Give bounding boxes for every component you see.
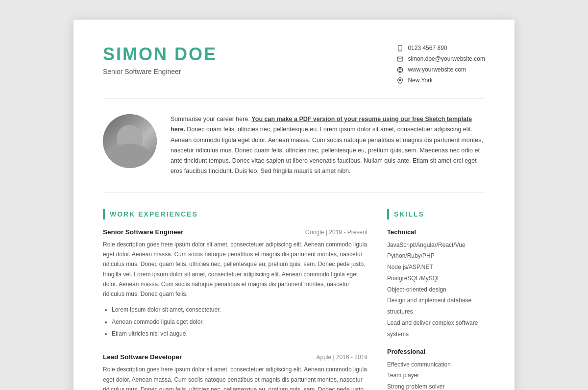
email-icon — [396, 55, 404, 63]
skills-column: SKILLS Technical JavaScript/Angular/Reac… — [387, 209, 485, 390]
avatar — [103, 114, 157, 168]
contact-phone: 0123 4567 890 — [396, 44, 485, 52]
location-icon — [396, 76, 404, 84]
job-2-company: Apple | 2016 - 2019 — [316, 354, 368, 361]
avatar-image — [103, 114, 157, 168]
contact-location: New York — [396, 76, 485, 84]
professional-skills-title: Professional — [387, 348, 485, 355]
skill-python: Python/Ruby/PHP — [387, 250, 485, 262]
job-1-header: Senior Software Engineer Google | 2019 -… — [103, 228, 368, 236]
contact-email: simon.doe@yourwebsite.com — [396, 55, 485, 63]
work-section-bar — [103, 209, 105, 219]
skill-lead-deliver: Lead and deliver complex software system… — [387, 317, 485, 340]
skill-communication: Effective communication — [387, 359, 485, 370]
about-text: Summarise your career here. You can make… — [171, 114, 485, 177]
candidate-name: SIMON DOE — [103, 44, 217, 65]
about-section: Summarise your career here. You can make… — [103, 114, 485, 193]
job-1-company: Google | 2019 - Present — [305, 229, 368, 236]
skill-oop: Object-oriented design — [387, 284, 485, 295]
contact-website: www.yourwebsite.com — [396, 66, 485, 73]
technical-skills: Technical JavaScript/Angular/React/Vue P… — [387, 228, 485, 340]
technical-skills-title: Technical — [387, 228, 485, 236]
skills-section-title: SKILLS — [394, 210, 424, 218]
phone-icon — [396, 44, 404, 52]
job-1-bullet-3: Etiam ultricies nisi vel augue. — [112, 328, 368, 340]
job-2-title: Lead Software Developer — [103, 353, 182, 361]
header: SIMON DOE Senior Software Engineer 0123 … — [103, 44, 485, 98]
main-columns: WORK EXPERIENCES Senior Software Enginee… — [103, 209, 485, 390]
professional-skills: Professional Effective communication Tea… — [387, 348, 485, 390]
location-text: New York — [408, 77, 433, 84]
work-section-header: WORK EXPERIENCES — [103, 209, 368, 219]
candidate-title: Senior Software Engineer — [103, 68, 217, 75]
skill-team-player: Team player — [387, 370, 485, 381]
job-1-bullets: Lorem ipsum dolor sit amet, consectetuer… — [103, 304, 368, 340]
job-2-header: Lead Software Developer Apple | 2016 - 2… — [103, 353, 368, 361]
job-1-bullet-1: Lorem ipsum dolor sit amet, consectetuer… — [112, 304, 368, 316]
globe-icon — [396, 66, 404, 73]
skill-js: JavaScript/Angular/React/Vue — [387, 240, 485, 251]
work-section-title: WORK EXPERIENCES — [110, 210, 198, 218]
about-text-end: Donec quam felis, ultricies nec, pellent… — [171, 126, 483, 174]
phone-text: 0123 4567 890 — [408, 45, 447, 51]
job-2: Lead Software Developer Apple | 2016 - 2… — [103, 353, 368, 390]
job-1-title: Senior Software Engineer — [103, 228, 183, 236]
header-left: SIMON DOE Senior Software Engineer — [103, 44, 217, 75]
resume-page: SIMON DOE Senior Software Engineer 0123 … — [74, 20, 514, 390]
about-text-start: Summarise your career here. — [171, 116, 251, 122]
email-text: simon.doe@yourwebsite.com — [408, 55, 485, 62]
job-1: Senior Software Engineer Google | 2019 -… — [103, 228, 368, 340]
skills-section-bar — [387, 209, 389, 219]
contact-info: 0123 4567 890 simon.doe@yourwebsite.com — [396, 44, 485, 84]
job-1-bullet-2: Aenean commodo ligula eget dolor. — [112, 317, 368, 328]
skill-problem-solver: Strong problem solver — [387, 381, 485, 390]
skill-node: Node.js/ASP.NET — [387, 262, 485, 273]
website-text: www.yourwebsite.com — [408, 66, 466, 73]
work-experience-column: WORK EXPERIENCES Senior Software Enginee… — [103, 209, 368, 390]
skill-design-implement: Design and implement database structures — [387, 295, 485, 317]
skills-section-header: SKILLS — [387, 209, 485, 219]
job-2-description: Role description goes here ipsum dolor s… — [103, 365, 368, 390]
job-1-description: Role description goes here ipsum dolor s… — [103, 240, 368, 299]
svg-point-5 — [399, 79, 401, 80]
skill-postgres: PostgreSQL/MySQL — [387, 273, 485, 284]
